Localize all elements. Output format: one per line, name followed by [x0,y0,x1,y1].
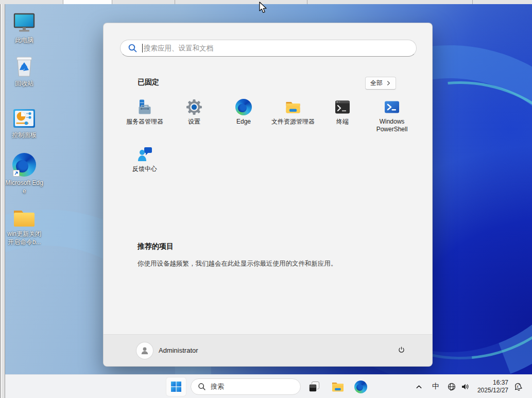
feedback-hub-icon [136,146,153,163]
user-avatar[interactable] [136,342,153,359]
bell-zz-icon: z z [513,382,523,392]
desktop-icon-folder[interactable]: win更新关闭开启命令b... [5,206,43,246]
pinned-app-edge[interactable]: Edge [219,94,268,142]
pinned-app-windows-powershell[interactable]: Windows PowerShell [367,94,417,142]
notifications-button[interactable]: z z [510,375,526,398]
taskbar: 搜索 中 [5,374,532,398]
taskbar-search-placeholder: 搜索 [211,382,224,391]
pinned-app-label: 终端 [318,118,367,126]
start-menu-user-bar: Administrator [104,334,432,366]
control-panel-icon [12,107,37,130]
screen: 此电脑 回收站 [0,0,532,398]
search-icon [198,383,206,391]
server-manager-icon [136,99,153,115]
edge-icon [235,99,252,115]
ime-indicator[interactable]: 中 [428,375,443,398]
tab-segment-active[interactable] [63,0,112,4]
this-pc-icon [12,10,37,35]
recommended-empty-text: 你使用设备越频繁，我们越会在此处显示你最近使用的文件和新应用。 [138,259,411,268]
pinned-app-label: 文件资源管理器 [268,118,318,126]
powershell-icon [384,99,400,115]
pinned-app-label: 反馈中心 [120,165,169,173]
desktop-icon-microsoft-edge[interactable]: Microsoft Edge [5,152,43,195]
clock-date: 2025/12/27 [470,387,508,394]
chevron-up-icon [416,384,422,390]
pinned-app-label: 服务器管理器 [120,118,169,126]
tab-segment[interactable] [112,0,175,4]
taskbar-clock[interactable]: 16:37 2025/12/27 [470,375,508,398]
desktop-icon-control-panel[interactable]: 控制面板 [5,107,43,140]
power-button[interactable] [391,340,411,361]
tray-overflow-button[interactable] [411,375,426,398]
start-button[interactable] [166,377,186,396]
tab-segment[interactable] [473,0,532,4]
network-button[interactable] [444,375,459,398]
search-icon [128,43,138,53]
clock-time: 16:37 [470,379,508,387]
user-name[interactable]: Administrator [159,347,198,354]
desktop-icon-label: win更新关闭开启命令b... [5,230,43,246]
pinned-app-label: Edge [219,118,268,126]
pinned-app-label: Windows PowerShell [367,118,417,133]
pinned-app-feedback-hub[interactable]: 反馈中心 [120,142,169,189]
speaker-icon [460,382,470,391]
recycle-bin-icon [12,54,37,78]
power-icon [397,346,406,356]
recommended-section-header: 推荐的项目 [138,242,174,251]
search-placeholder: 搜索应用、设置和文档 [144,44,213,53]
shortcut-arrow-icon [13,170,20,177]
edge-icon [354,380,367,393]
parent-window-left-edge [0,4,5,398]
edge-taskbar-button[interactable] [351,377,370,396]
desktop-icon-this-pc[interactable]: 此电脑 [5,10,43,45]
desktop-icon-label: 此电脑 [5,37,43,45]
text-caret [142,44,143,53]
taskbar-search-box[interactable]: 搜索 [191,378,301,395]
pinned-app-file-explorer[interactable]: 文件资源管理器 [268,94,318,142]
parent-window-tabstrip[interactable] [0,0,532,4]
task-view-icon [308,380,320,393]
edge-icon [12,153,37,178]
settings-gear-icon [186,99,202,115]
all-apps-label: 全部 [370,79,383,88]
tab-segment[interactable] [175,0,307,4]
tab-segment[interactable] [307,0,473,4]
windows-logo-icon [170,381,182,392]
task-view-button[interactable] [305,377,323,396]
pinned-app-settings[interactable]: 设置 [169,94,219,142]
pinned-apps-grid: 服务器管理器 设置 [120,94,433,189]
file-explorer-icon [331,380,345,393]
desktop-icon-recycle-bin[interactable]: 回收站 [5,54,43,88]
tab-segment[interactable] [0,0,63,4]
desktop-icon-label: Microsoft Edge [5,179,43,195]
pinned-app-server-manager[interactable]: 服务器管理器 [120,94,169,142]
start-menu: 搜索应用、设置和文档 已固定 全部 [103,23,433,367]
pinned-section-header: 已固定 [138,78,159,87]
terminal-icon [334,99,351,115]
person-icon [140,345,150,356]
desktop-icon-label: 回收站 [5,80,43,88]
all-apps-button[interactable]: 全部 [365,77,396,90]
globe-no-internet-icon [447,382,456,391]
chevron-right-icon [386,81,391,85]
pinned-app-label: 设置 [169,118,219,126]
start-menu-search-input[interactable]: 搜索应用、设置和文档 [120,40,417,57]
file-explorer-icon [285,99,301,115]
pinned-app-terminal[interactable]: 终端 [318,94,367,142]
desktop-icon-label: 控制面板 [5,131,43,140]
file-explorer-taskbar-button[interactable] [329,377,347,396]
folder-icon [12,206,37,229]
